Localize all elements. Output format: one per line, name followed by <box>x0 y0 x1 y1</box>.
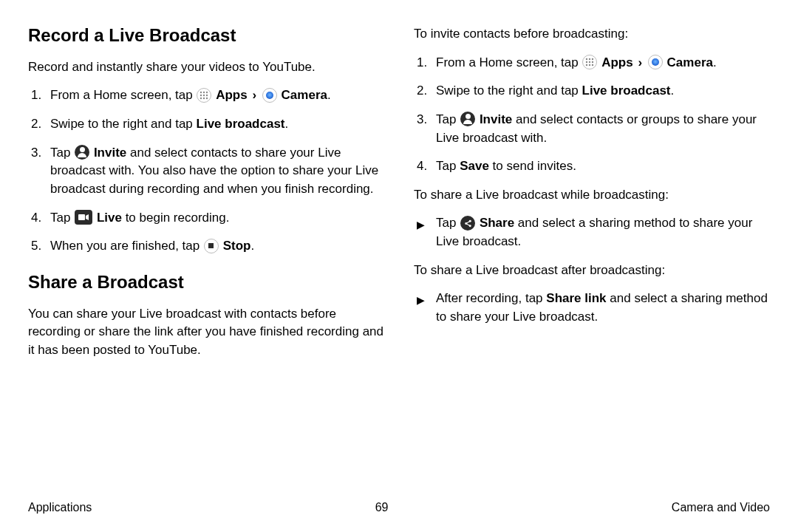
apps-icon <box>197 88 211 103</box>
text: When you are finished, tap <box>50 239 203 253</box>
apps-label: Apps <box>216 88 248 102</box>
live-icon <box>75 210 92 225</box>
text: to send invites. <box>489 159 576 173</box>
triangle-icon: ▶ <box>417 217 425 232</box>
footer-page-number: 69 <box>375 501 389 514</box>
p-share-after: To share a Live broadcast after broadcas… <box>414 262 770 280</box>
bold-text: Invite <box>480 112 512 126</box>
svg-point-3 <box>200 95 202 96</box>
bold-text: Share <box>480 216 514 230</box>
step-4: Tap Live to begin recording. <box>28 209 384 228</box>
bold-text: Live broadcast <box>197 117 285 131</box>
bold-text: Stop <box>223 239 251 253</box>
step-3: Tap Invite and select contacts or groups… <box>414 111 770 147</box>
text: From a Home screen, tap <box>436 55 582 69</box>
svg-point-17 <box>589 64 590 66</box>
right-column: To invite contacts before broadcasting: … <box>414 25 770 370</box>
chevron-icon: › <box>250 88 258 102</box>
svg-point-2 <box>206 92 208 93</box>
svg-point-14 <box>589 61 590 63</box>
svg-point-7 <box>203 98 205 99</box>
invite-icon <box>460 112 475 126</box>
text: Tap <box>436 112 460 126</box>
steps-invite: From a Home screen, tap Apps › Camera. S… <box>414 54 770 176</box>
svg-point-4 <box>203 95 205 96</box>
text: . <box>327 88 331 102</box>
svg-point-6 <box>200 98 202 99</box>
bold-text: Live broadcast <box>582 83 671 98</box>
p-share-while: To share a Live broadcast while broadcas… <box>414 186 770 205</box>
svg-point-1 <box>203 92 205 93</box>
camera-label: Camera <box>282 88 327 102</box>
svg-point-8 <box>206 98 208 99</box>
text: Tap <box>436 159 460 173</box>
svg-point-16 <box>586 64 587 66</box>
step-4: Tap Save to send invites. <box>414 157 770 176</box>
svg-point-13 <box>586 61 587 63</box>
text: . <box>713 55 717 69</box>
svg-point-12 <box>592 58 593 60</box>
bold-text: Share link <box>546 291 606 305</box>
text: Tap <box>50 211 74 225</box>
camera-label: Camera <box>667 55 713 69</box>
p-invite-before: To invite contacts before broadcasting: <box>414 25 770 44</box>
svg-line-23 <box>466 223 470 225</box>
left-column: Record a Live Broadcast Record and insta… <box>28 25 384 370</box>
footer-left: Applications <box>28 501 92 514</box>
step-5: When you are finished, tap Stop. <box>28 237 384 256</box>
step-2: Swipe to the right and tap Live broadcas… <box>28 115 384 134</box>
camera-icon <box>262 88 277 103</box>
svg-point-11 <box>589 58 590 60</box>
svg-point-18 <box>592 64 593 66</box>
intro-share: You can share your Live broadcast with c… <box>28 305 384 360</box>
stop-icon <box>204 239 219 253</box>
svg-point-15 <box>592 61 593 63</box>
step-1: From a Home screen, tap Apps › Camera. <box>414 54 770 72</box>
page-columns: Record a Live Broadcast Record and insta… <box>28 25 770 370</box>
page-footer: Applications 69 Camera and Video <box>28 501 770 514</box>
bold-text: Save <box>460 159 489 173</box>
svg-rect-9 <box>78 214 85 220</box>
chevron-icon: › <box>636 55 644 69</box>
steps-record: From a Home screen, tap Apps › Camera. S… <box>28 86 384 255</box>
step-3: Tap Invite and select contacts to share … <box>28 144 384 199</box>
text: After recording, tap <box>436 291 546 305</box>
step-2: Swipe to the right and tap Live broadcas… <box>414 82 770 100</box>
apps-icon <box>582 55 597 69</box>
heading-record: Record a Live Broadcast <box>28 25 384 47</box>
apps-label: Apps <box>601 55 633 69</box>
text: . <box>250 239 254 253</box>
invite-icon <box>75 145 89 160</box>
svg-point-0 <box>200 92 202 93</box>
text: Swipe to the right and tap <box>436 83 582 98</box>
text: Swipe to the right and tap <box>50 117 197 131</box>
text: . <box>671 83 675 98</box>
bullet-share-after: ▶ After recording, tap Share link and se… <box>414 290 770 326</box>
bold-text: Live <box>97 211 122 225</box>
svg-point-5 <box>206 95 208 96</box>
intro-record: Record and instantly share your videos t… <box>28 58 384 77</box>
text: Tap <box>50 146 74 160</box>
text: to begin recording. <box>122 211 230 225</box>
triangle-icon: ▶ <box>417 293 425 307</box>
step-1: From a Home screen, tap Apps › Camera. <box>28 86 384 105</box>
text: . <box>285 117 289 131</box>
camera-icon <box>648 55 663 69</box>
text: From a Home screen, tap <box>50 88 196 102</box>
heading-share: Share a Broadcast <box>28 272 384 293</box>
bullet-share-while: ▶ Tap Share and select a sharing method … <box>414 214 770 250</box>
bold-text: Invite <box>94 146 126 160</box>
svg-line-22 <box>466 221 470 223</box>
text: Tap <box>436 216 460 230</box>
svg-point-10 <box>586 58 587 60</box>
footer-right: Camera and Video <box>672 501 770 514</box>
share-icon <box>460 216 475 231</box>
